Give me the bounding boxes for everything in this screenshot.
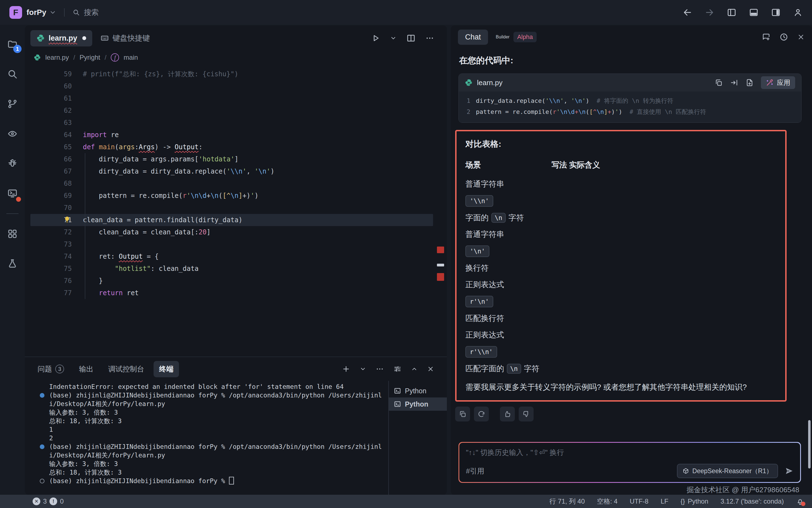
remote-terminal-icon[interactable] xyxy=(0,178,25,208)
code-line[interactable]: 75 "hotlist": clean_data xyxy=(31,263,433,275)
new-chat-icon[interactable] xyxy=(762,33,771,41)
panel-tab-problems[interactable]: 问题 3 xyxy=(32,361,69,377)
terminal-line: IndentationError: expected an indented b… xyxy=(40,383,386,391)
python-icon xyxy=(37,34,45,42)
notifications-bell-icon[interactable] xyxy=(796,497,804,506)
code-line[interactable]: 59# print(f"总和: {zs}, 计算次数: {cishu}") xyxy=(31,68,433,80)
code-line[interactable]: 61 xyxy=(31,92,433,104)
code-line[interactable]: 76 } xyxy=(31,275,433,287)
run-chevron-icon[interactable] xyxy=(390,35,397,41)
toggle-bottom-dock-icon[interactable] xyxy=(749,8,758,17)
panel-tab-debug-console[interactable]: 调试控制台 xyxy=(103,361,150,377)
lightbulb-icon[interactable] xyxy=(63,216,71,224)
cursor-position[interactable]: 行 71, 列 40 xyxy=(550,497,585,506)
extensions-icon[interactable] xyxy=(0,219,25,249)
python-interpreter[interactable]: 3.12.7 ('base': conda) xyxy=(721,498,784,505)
close-chat-icon[interactable] xyxy=(797,33,805,41)
send-icon[interactable] xyxy=(785,467,794,475)
history-icon[interactable] xyxy=(779,33,788,41)
code-editor[interactable]: 59# print(f"总和: {zs}, 计算次数: {cishu}")606… xyxy=(25,64,447,356)
reference-button[interactable]: #引用 xyxy=(466,466,484,476)
code-line[interactable]: 67 dirty_data = dirty_data.replace('\\n'… xyxy=(31,165,433,177)
code-line[interactable]: 77 return ret xyxy=(31,287,433,299)
code-line[interactable]: 71clean_data = pattern.findall(dirty_dat… xyxy=(31,214,433,226)
panel-tab-terminal[interactable]: 终端 xyxy=(153,361,179,377)
panel-more-icon[interactable] xyxy=(376,365,384,373)
code-line[interactable]: 73 xyxy=(31,238,433,250)
code-line[interactable]: 70 xyxy=(31,202,433,214)
new-terminal-icon[interactable] xyxy=(342,365,350,373)
code-token: ' xyxy=(267,168,271,175)
thumbs-up-icon[interactable] xyxy=(500,407,515,422)
forward-icon[interactable] xyxy=(705,8,714,17)
toggle-left-dock-icon[interactable] xyxy=(727,8,736,17)
copy-icon[interactable] xyxy=(715,79,723,87)
code-token: ' xyxy=(582,95,585,107)
terminal-list-item[interactable]: Python xyxy=(389,397,447,411)
panel-tab-output[interactable]: 输出 xyxy=(74,361,99,377)
more-actions-icon[interactable] xyxy=(425,34,434,43)
code-token: ) xyxy=(271,168,274,175)
tab-chat[interactable]: Chat xyxy=(458,30,488,45)
breadcrumb[interactable]: learn.py / Pyright / f main xyxy=(25,51,447,64)
split-editor-icon[interactable] xyxy=(407,34,415,43)
code-line[interactable]: 72 clean_data = clean_data[:20] xyxy=(31,226,433,238)
project-name[interactable]: forPy xyxy=(27,8,46,17)
tab-learn-py[interactable]: learn.py xyxy=(31,30,92,46)
tab-keyboard-shortcuts[interactable]: 键盘快捷键 xyxy=(94,29,156,47)
new-file-icon[interactable] xyxy=(746,79,754,87)
code-line[interactable]: 63 xyxy=(31,117,433,129)
code-line[interactable]: 68 xyxy=(31,177,433,189)
encoding[interactable]: UTF-8 xyxy=(630,498,649,505)
community-watermark: 掘金技术社区 @ 用户62798606548 xyxy=(451,483,812,495)
terminal-output[interactable]: IndentationError: expected an indented b… xyxy=(25,381,388,495)
source-control-icon[interactable] xyxy=(0,89,25,119)
terminal-dropdown-icon[interactable] xyxy=(360,366,366,372)
app-logo[interactable]: F xyxy=(9,6,22,19)
insert-at-cursor-icon[interactable] xyxy=(730,79,738,87)
breadcrumb-file[interactable]: learn.py xyxy=(45,54,69,61)
breadcrumb-lsp[interactable]: Pyright xyxy=(80,54,100,61)
explorer-icon[interactable]: 1 xyxy=(0,29,25,59)
eol[interactable]: LF xyxy=(661,498,668,505)
maximize-panel-icon[interactable] xyxy=(411,366,418,372)
editor-pane: learn.py 键盘快捷键 xyxy=(25,26,447,495)
language-mode[interactable]: {} Python xyxy=(680,498,708,505)
account-icon[interactable] xyxy=(793,8,803,17)
regenerate-icon[interactable] xyxy=(474,407,489,422)
code-line[interactable]: 62 xyxy=(31,104,433,117)
scroll-cursor-mark xyxy=(437,264,444,266)
copy-response-icon[interactable] xyxy=(455,407,470,422)
debug-icon[interactable] xyxy=(0,149,25,178)
activity-bar: 1 xyxy=(0,25,25,495)
code-line[interactable]: 69 pattern = re.compile(r'\n\d+\n([^\n]+… xyxy=(31,189,433,202)
tab-builder[interactable]: Builder Alpha xyxy=(496,32,537,42)
code-line[interactable]: 64import re xyxy=(31,129,433,141)
close-panel-icon[interactable] xyxy=(427,366,434,373)
back-icon[interactable] xyxy=(683,8,692,17)
global-search[interactable]: 搜索 xyxy=(73,7,99,17)
apply-button[interactable]: 应用 xyxy=(761,76,795,89)
test-flask-icon[interactable] xyxy=(0,249,25,279)
chat-input[interactable]: "↑↓" 切换历史输入，"⇧⏎" 换行 #引用 DeepSeek-Reasone… xyxy=(459,443,800,482)
code-line[interactable]: 65def main(args:Args) -> Output: xyxy=(31,141,433,153)
chevron-down-icon[interactable] xyxy=(49,9,56,16)
filter-icon[interactable] xyxy=(393,365,401,373)
code-line[interactable]: 74 ret: Output = { xyxy=(31,250,433,263)
code-token: dirty_data = dirty_data.replace( xyxy=(83,168,227,175)
line-number: 64 xyxy=(31,129,72,141)
indentation[interactable]: 空格: 4 xyxy=(597,497,618,506)
chat-messages[interactable]: 在您的代码中: learn.py xyxy=(451,49,812,438)
search-panel-icon[interactable] xyxy=(0,59,25,89)
breadcrumb-symbol[interactable]: main xyxy=(124,54,138,61)
code-line[interactable]: 66 dirty_data = args.params['hotdata'] xyxy=(31,153,433,165)
problems-summary[interactable]: ✕ 3 ! 0 xyxy=(33,498,64,505)
terminal-list-item[interactable]: Python xyxy=(389,384,447,397)
eye-icon[interactable] xyxy=(0,119,25,149)
code-line[interactable]: 60 xyxy=(31,80,433,92)
toggle-right-dock-icon[interactable] xyxy=(771,8,780,17)
run-icon[interactable] xyxy=(371,34,380,43)
model-selector[interactable]: DeepSeek-Reasoner（R1） xyxy=(677,464,778,478)
thumbs-down-icon[interactable] xyxy=(519,407,534,422)
chat-scrollbar[interactable] xyxy=(808,420,811,468)
